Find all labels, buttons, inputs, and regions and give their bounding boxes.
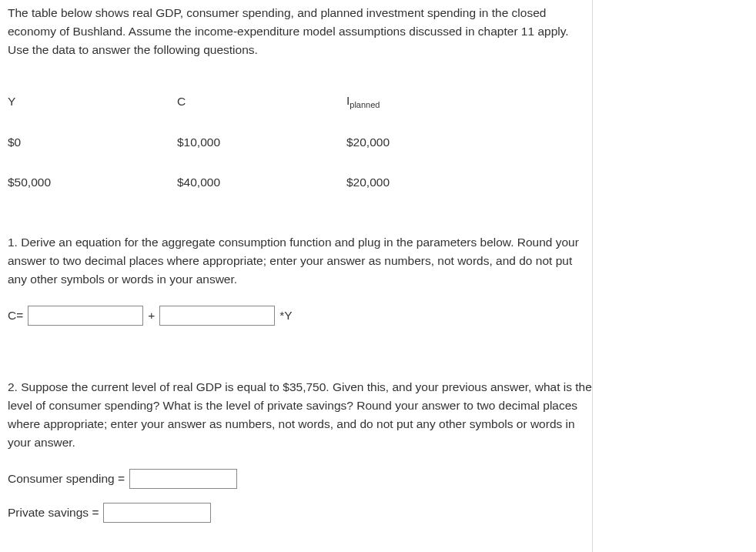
intercept-input[interactable] (28, 306, 143, 326)
c-equals-label: C= (8, 306, 23, 325)
table-row: $50,000 $40,000 $20,000 (8, 162, 516, 202)
question-1-text: 1. Derive an equation for the aggregate … (8, 233, 592, 289)
intro-text: The table below shows real GDP, consumer… (8, 4, 592, 59)
private-savings-input[interactable] (103, 503, 211, 523)
table-row: $0 $10,000 $20,000 (8, 122, 516, 162)
consumer-spending-label: Consumer spending = (8, 470, 125, 488)
cell-c: $10,000 (177, 122, 346, 162)
consumer-spending-input[interactable] (129, 469, 237, 489)
question-body: The table below shows real GDP, consumer… (0, 0, 593, 552)
col-header-y: Y (8, 81, 177, 122)
slope-input[interactable] (159, 306, 275, 326)
question-2-text: 2. Suppose the current level of real GDP… (8, 378, 592, 452)
data-table: Y C Iplanned $0 $10,000 $20,000 $50,000 … (8, 81, 516, 202)
i-subscript: planned (350, 100, 380, 109)
equation-row-c: C= + *Y (8, 306, 592, 326)
times-y-label: *Y (279, 306, 292, 325)
cell-y: $0 (8, 122, 177, 162)
consumer-spending-row: Consumer spending = (8, 469, 592, 489)
cell-c: $40,000 (177, 162, 346, 202)
private-savings-label: Private savings = (8, 503, 99, 522)
private-savings-row: Private savings = (8, 503, 592, 523)
col-header-i: Iplanned (346, 81, 516, 122)
cell-i: $20,000 (346, 162, 516, 202)
cell-y: $50,000 (8, 162, 177, 202)
table-header-row: Y C Iplanned (8, 81, 516, 122)
col-header-c: C (177, 81, 346, 122)
plus-label: + (148, 306, 155, 325)
cell-i: $20,000 (346, 122, 516, 162)
